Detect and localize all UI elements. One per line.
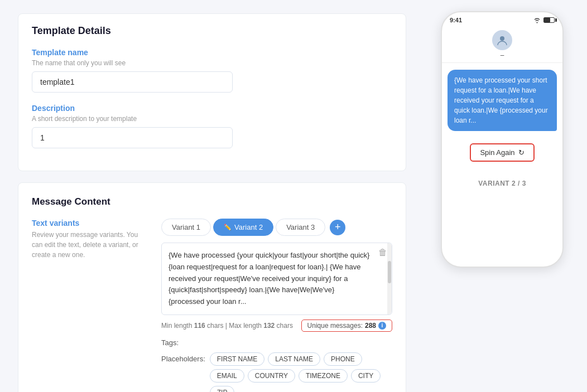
phone-preview-panel: 9:41 – bbox=[424, 0, 580, 392]
variant-indicator: VARIANT 2 / 3 bbox=[442, 180, 562, 187]
max-length: 132 bbox=[263, 322, 275, 330]
message-bubble: {We have processed your short request fo… bbox=[448, 70, 557, 131]
scrollbar[interactable] bbox=[387, 243, 392, 314]
placeholders-row: Placeholders: FIRST NAMELAST NAMEPHONEEM… bbox=[161, 352, 392, 392]
description-label: Description bbox=[32, 104, 392, 113]
editor-content[interactable]: {We have processed {your quick|your fast… bbox=[162, 243, 392, 314]
template-name-sublabel: The name that only you will see bbox=[32, 59, 392, 67]
phone-time: 9:41 bbox=[450, 17, 462, 23]
placeholder-chip[interactable]: ZIP bbox=[210, 386, 235, 392]
svg-point-0 bbox=[500, 36, 504, 41]
placeholder-chip[interactable]: COUNTRY bbox=[248, 369, 295, 383]
template-name-group: Template name The name that only you wil… bbox=[32, 48, 392, 93]
variants-tabs: Variant 1 ✏️ Variant 2 Variant 3 + bbox=[161, 219, 392, 236]
phone-frame: 9:41 – bbox=[441, 11, 564, 268]
spin-again-button[interactable]: Spin Again ↻ bbox=[470, 143, 534, 162]
description-input[interactable] bbox=[32, 127, 233, 148]
spin-again-label: Spin Again bbox=[480, 148, 514, 157]
page-title: Template Details bbox=[32, 25, 392, 37]
unique-messages-badge: Unique messages: 288 i bbox=[301, 320, 392, 332]
tab-variant3[interactable]: Variant 3 bbox=[276, 219, 325, 236]
placeholder-chip[interactable]: LAST NAME bbox=[268, 352, 320, 366]
contact-name: – bbox=[501, 51, 504, 59]
placeholder-chip[interactable]: PHONE bbox=[324, 352, 362, 366]
stats-row: Min length 116 chars | Max length 132 ch… bbox=[161, 320, 392, 332]
add-variant-button[interactable]: + bbox=[330, 220, 345, 235]
placeholder-chip[interactable]: FIRST NAME bbox=[210, 352, 264, 366]
spin-icon: ↻ bbox=[518, 148, 525, 157]
spin-again-container: Spin Again ↻ bbox=[442, 143, 562, 171]
placeholders-list: FIRST NAMELAST NAMEPHONEEMAILCOUNTRYTIME… bbox=[210, 352, 392, 392]
message-editor: 🗑 {We have processed {your quick|your fa… bbox=[161, 243, 392, 315]
tags-label: Tags: bbox=[161, 338, 179, 347]
placeholder-chip[interactable]: TIMEZONE bbox=[299, 369, 348, 383]
delete-variant-button[interactable]: 🗑 bbox=[378, 248, 387, 258]
scrollbar-thumb bbox=[388, 261, 391, 283]
placeholders-label: Placeholders: bbox=[161, 352, 205, 363]
status-bar: 9:41 bbox=[442, 12, 562, 26]
variants-label: Text variants bbox=[32, 219, 143, 228]
message-area: {We have processed your short request fo… bbox=[442, 63, 562, 143]
placeholder-chip[interactable]: CITY bbox=[351, 369, 381, 383]
template-name-label: Template name bbox=[32, 48, 392, 57]
variants-desc: Review your message variants. You can ed… bbox=[32, 230, 143, 260]
template-name-input[interactable] bbox=[32, 71, 233, 93]
status-icons bbox=[533, 17, 555, 23]
contact-area: – bbox=[442, 26, 562, 63]
message-section-title: Message Content bbox=[32, 196, 392, 207]
info-icon: i bbox=[378, 322, 386, 330]
description-sublabel: A short description to your template bbox=[32, 115, 392, 123]
wifi-icon bbox=[533, 17, 541, 23]
avatar bbox=[492, 30, 512, 50]
tags-row: Tags: bbox=[161, 338, 392, 347]
placeholder-chip[interactable]: EMAIL bbox=[210, 369, 244, 383]
battery-icon bbox=[543, 17, 555, 23]
unique-messages-count: 288 bbox=[365, 322, 376, 330]
unique-messages-label: Unique messages: bbox=[307, 322, 363, 330]
length-stats: Min length 116 chars | Max length 132 ch… bbox=[161, 322, 293, 330]
tab-variant1[interactable]: Variant 1 bbox=[161, 219, 211, 236]
edit-pencil-icon: ✏️ bbox=[224, 224, 232, 231]
min-length: 116 bbox=[194, 322, 205, 330]
tab-variant2[interactable]: ✏️ Variant 2 bbox=[213, 219, 273, 236]
description-group: Description A short description to your … bbox=[32, 104, 392, 148]
